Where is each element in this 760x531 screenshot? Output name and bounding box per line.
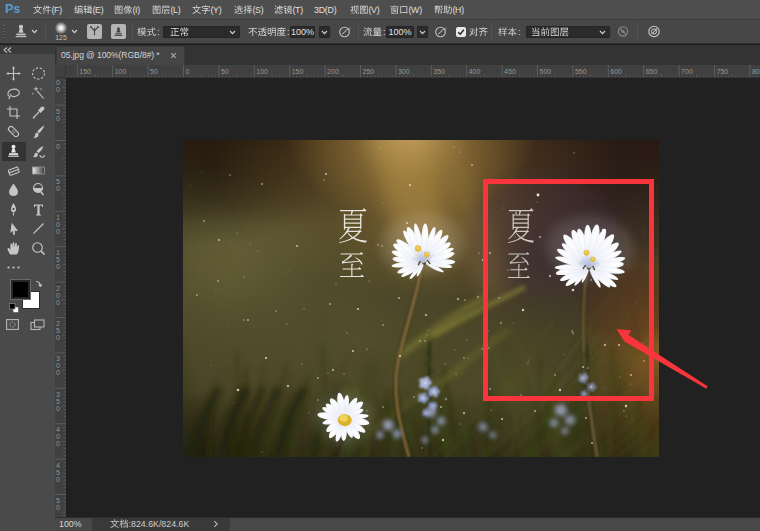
svg-text:150: 150: [79, 68, 91, 75]
svg-text:700: 700: [681, 68, 693, 75]
svg-text:4: 4: [56, 426, 60, 433]
svg-text:2: 2: [56, 320, 60, 327]
svg-text:0: 0: [56, 115, 60, 122]
svg-text:150: 150: [292, 68, 304, 75]
svg-text:5: 5: [56, 497, 60, 504]
svg-text:800: 800: [752, 68, 760, 75]
svg-text:100: 100: [256, 68, 268, 75]
svg-text:750: 750: [717, 68, 729, 75]
svg-text:0: 0: [56, 440, 60, 447]
svg-text:250: 250: [363, 68, 375, 75]
svg-text:600: 600: [610, 68, 622, 75]
svg-text:50: 50: [150, 68, 158, 75]
svg-text:0: 0: [56, 221, 60, 228]
svg-text:1: 1: [56, 214, 60, 221]
svg-text:5: 5: [56, 108, 60, 115]
svg-text:0: 0: [56, 369, 60, 376]
svg-text:5: 5: [56, 469, 60, 476]
svg-text:0: 0: [56, 362, 60, 369]
svg-text:1: 1: [56, 249, 60, 256]
svg-text:0: 0: [56, 433, 60, 440]
svg-text:650: 650: [646, 68, 658, 75]
svg-text:0: 0: [56, 79, 60, 86]
svg-text:4: 4: [56, 462, 60, 469]
svg-text:0: 0: [56, 405, 60, 412]
svg-text:0: 0: [56, 143, 60, 150]
svg-text:350: 350: [433, 68, 445, 75]
svg-text:3: 3: [56, 355, 60, 362]
svg-text:500: 500: [540, 68, 552, 75]
svg-text:400: 400: [469, 68, 481, 75]
svg-text:300: 300: [398, 68, 410, 75]
svg-text:5: 5: [56, 398, 60, 405]
svg-text:0: 0: [56, 228, 60, 235]
svg-text:5: 5: [56, 256, 60, 263]
svg-text:200: 200: [327, 68, 339, 75]
svg-text:5: 5: [56, 327, 60, 334]
svg-text:3: 3: [56, 391, 60, 398]
svg-text:0: 0: [56, 263, 60, 270]
svg-text:0: 0: [56, 504, 60, 511]
svg-text:550: 550: [575, 68, 587, 75]
svg-text:0: 0: [56, 334, 60, 341]
svg-text:0: 0: [186, 68, 190, 75]
svg-text:2: 2: [56, 285, 60, 292]
svg-text:5: 5: [56, 178, 60, 185]
svg-text:0: 0: [56, 185, 60, 192]
svg-text:450: 450: [504, 68, 516, 75]
svg-text:0: 0: [56, 476, 60, 483]
svg-text:0: 0: [56, 292, 60, 299]
svg-text:100: 100: [115, 68, 127, 75]
svg-text:0: 0: [56, 86, 60, 93]
svg-text:50: 50: [221, 68, 229, 75]
svg-text:0: 0: [56, 299, 60, 306]
